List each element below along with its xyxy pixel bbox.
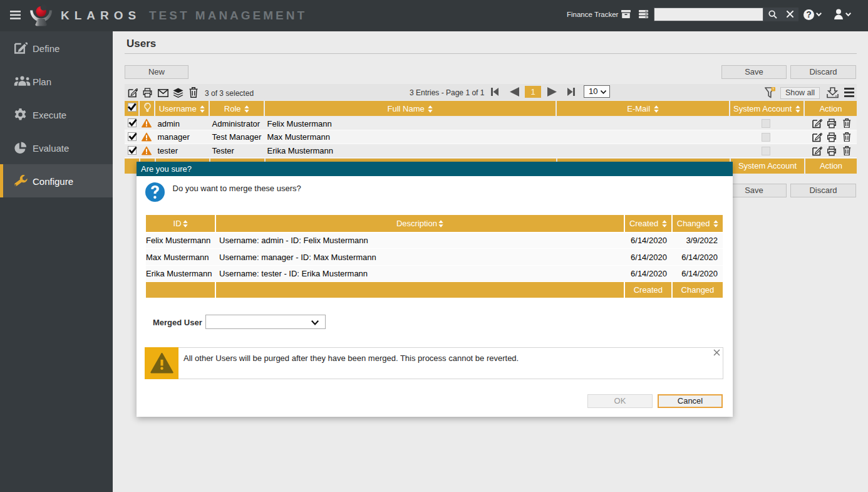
svg-text:?: ? [806,9,812,19]
svg-text:?: ? [772,87,774,91]
